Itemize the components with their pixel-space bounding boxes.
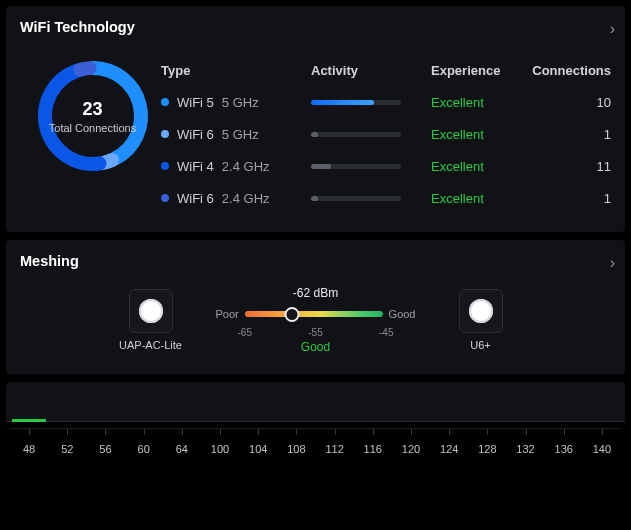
wifi-type: WiFi 5 [177,95,214,110]
wifi-panel-title: WiFi Technology [20,19,135,35]
channel-usage-strip [6,382,625,422]
channel-tick: 120 [392,443,430,455]
wifi-type: WiFi 6 [177,127,214,142]
channel-tick: 60 [125,443,163,455]
meter-tick: -65 [238,327,252,338]
meter-gradient-bar [245,311,383,317]
channel-tick: 104 [239,443,277,455]
wifi-band: 2.4 GHz [222,191,270,206]
channel-axis: 4852566064100104108112116120124128132136… [6,428,625,480]
chevron-right-icon[interactable]: › [610,254,615,272]
mesh-signal-meter: -62 dBm Poor Good -65 -55 -45 Good [216,286,416,354]
wifi-band: 2.4 GHz [222,159,270,174]
experience-value: Excellent [431,191,531,206]
meshing-panel-title: Meshing [20,253,79,269]
experience-value: Excellent [431,127,531,142]
experience-value: Excellent [431,95,531,110]
mesh-device-right-label: U6+ [470,339,491,351]
channel-tick: 128 [468,443,506,455]
activity-bar [311,164,401,169]
connections-value: 1 [531,127,611,142]
mesh-device-right[interactable]: U6+ [436,289,526,351]
channel-tick: 108 [277,443,315,455]
channel-tick: 136 [545,443,583,455]
table-row[interactable]: WiFi 65 GHzExcellent1 [161,118,611,150]
meter-tick: -45 [379,327,393,338]
wifi-donut-chart: 23 Total Connections [24,56,161,176]
wifi-total-label: Total Connections [49,122,136,134]
channel-tick: 48 [10,443,48,455]
meter-tick: -55 [308,327,322,338]
activity-bar [311,100,401,105]
table-row[interactable]: WiFi 55 GHzExcellent10 [161,86,611,118]
series-dot-icon [161,194,169,202]
table-row[interactable]: WiFi 42.4 GHzExcellent11 [161,150,611,182]
series-dot-icon [161,162,169,170]
wifi-technology-panel: WiFi Technology › 23 Total Connections T… [6,6,625,232]
channel-tick: 100 [201,443,239,455]
meter-knob-icon [284,307,299,322]
mesh-status: Good [301,340,330,354]
channel-tick: 140 [583,443,621,455]
activity-bar [311,196,401,201]
activity-bar [311,132,401,137]
mesh-device-left[interactable]: UAP-AC-Lite [106,289,196,351]
mesh-signal-value: -62 dBm [293,286,338,300]
col-type: Type [161,63,311,78]
wifi-type: WiFi 4 [177,159,214,174]
meshing-panel: Meshing › UAP-AC-Lite -62 dBm Poor Good … [6,240,625,374]
meter-label-good: Good [389,308,416,320]
experience-value: Excellent [431,159,531,174]
access-point-icon [459,289,503,333]
connections-value: 1 [531,191,611,206]
chevron-right-icon[interactable]: › [610,20,615,38]
wifi-table: Type Activity Experience Connections WiF… [161,54,611,214]
wifi-band: 5 GHz [222,127,259,142]
wifi-total-count: 23 [82,99,102,120]
wifi-band: 5 GHz [222,95,259,110]
meter-label-poor: Poor [216,308,239,320]
table-row[interactable]: WiFi 62.4 GHzExcellent1 [161,182,611,214]
col-connections: Connections [531,63,611,78]
connections-value: 11 [531,159,611,174]
meshing-panel-header[interactable]: Meshing › [6,240,625,282]
wifi-panel-header[interactable]: WiFi Technology › [6,6,625,48]
series-dot-icon [161,130,169,138]
usage-marker [12,419,46,422]
col-experience: Experience [431,63,531,78]
wifi-type: WiFi 6 [177,191,214,206]
channel-tick: 116 [354,443,392,455]
col-activity: Activity [311,63,431,78]
channel-tick: 132 [506,443,544,455]
channel-tick: 56 [86,443,124,455]
channel-tick: 52 [48,443,86,455]
channel-tick: 112 [316,443,354,455]
series-dot-icon [161,98,169,106]
connections-value: 10 [531,95,611,110]
mesh-device-left-label: UAP-AC-Lite [119,339,182,351]
access-point-icon [129,289,173,333]
channel-tick: 64 [163,443,201,455]
channel-tick: 124 [430,443,468,455]
